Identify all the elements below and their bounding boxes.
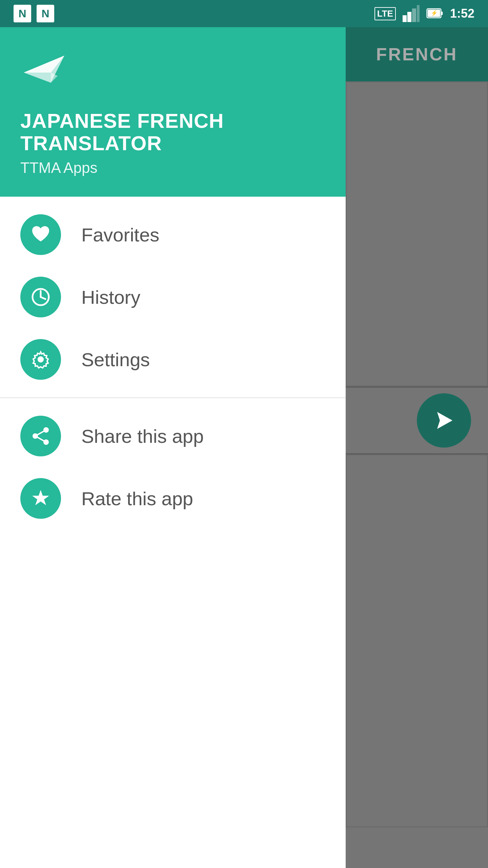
signal-icon — [403, 5, 420, 22]
drawer-header: JAPANESE FRENCH TRANSLATOR TTMA Apps — [0, 27, 346, 197]
nav-item-history[interactable]: History — [0, 266, 346, 328]
svg-marker-22 — [437, 412, 452, 429]
right-panel-content — [346, 81, 488, 868]
translation-input-area — [346, 81, 488, 387]
nav-item-share[interactable]: Share this app — [0, 405, 346, 467]
svg-line-13 — [41, 297, 45, 299]
app-title: JAPANESE FRENCH TRANSLATOR — [20, 110, 325, 155]
gear-icon — [30, 349, 51, 370]
developer-name: TTMA Apps — [20, 159, 325, 176]
lte-indicator: LTE — [374, 7, 396, 20]
history-icon-circle — [20, 277, 61, 317]
clock: 1:52 — [450, 6, 474, 21]
right-panel: FRENCH — [346, 27, 488, 868]
translation-output-area — [346, 454, 488, 827]
send-icon — [430, 407, 458, 434]
right-panel-title: FRENCH — [376, 44, 458, 64]
notification-icon-1: N — [14, 5, 31, 22]
favorites-label: Favorites — [81, 224, 159, 246]
svg-marker-21 — [32, 490, 49, 505]
primary-nav-group: Favorites History — [0, 197, 346, 397]
secondary-nav-group: Share this app Rate this app — [0, 397, 346, 536]
svg-text:⚡: ⚡ — [430, 9, 438, 17]
notification-icon-2: N — [37, 5, 54, 22]
settings-label: Settings — [81, 349, 150, 371]
clock-icon — [30, 287, 51, 307]
svg-line-20 — [35, 436, 46, 442]
right-panel-header: FRENCH — [346, 27, 488, 81]
history-label: History — [81, 286, 140, 308]
favorites-icon-circle — [20, 214, 61, 255]
nav-item-favorites[interactable]: Favorites — [0, 203, 346, 266]
send-button[interactable] — [417, 393, 471, 448]
svg-rect-5 — [441, 12, 443, 15]
nav-item-settings[interactable]: Settings — [0, 328, 346, 391]
share-icon — [30, 426, 51, 446]
svg-marker-1 — [407, 12, 411, 22]
rate-label: Rate this app — [81, 488, 193, 510]
battery-icon: ⚡ — [426, 5, 443, 22]
svg-marker-3 — [417, 5, 420, 22]
svg-line-19 — [35, 430, 46, 436]
status-bar-left: N N — [14, 5, 54, 22]
rate-icon-circle — [20, 478, 61, 519]
star-icon — [30, 488, 51, 509]
drawer: JAPANESE FRENCH TRANSLATOR TTMA Apps Fav… — [0, 27, 346, 868]
heart-icon — [30, 224, 51, 245]
settings-icon-circle — [20, 339, 61, 380]
action-bar — [346, 387, 488, 454]
svg-marker-0 — [403, 15, 407, 22]
svg-marker-9 — [24, 56, 64, 83]
nav-item-rate[interactable]: Rate this app — [0, 467, 346, 530]
share-icon-circle — [20, 416, 61, 456]
app-logo — [20, 49, 68, 96]
main-container: JAPANESE FRENCH TRANSLATOR TTMA Apps Fav… — [0, 27, 488, 868]
svg-marker-2 — [412, 8, 416, 22]
svg-point-15 — [38, 356, 44, 362]
drawer-nav: Favorites History — [0, 197, 346, 868]
status-bar: N N LTE ⚡ 1:52 — [0, 0, 488, 27]
status-bar-right: LTE ⚡ 1:52 — [374, 5, 474, 22]
share-label: Share this app — [81, 425, 204, 447]
